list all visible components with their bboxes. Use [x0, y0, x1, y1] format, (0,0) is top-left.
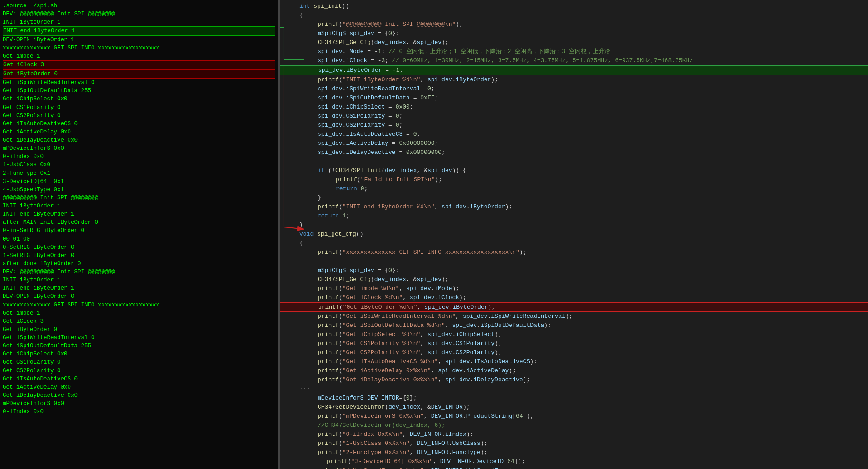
code-line: printf("Get iSpiWriteReadInterval %d\n",… — [280, 312, 868, 321]
code-line: CH347GetDeviceInfor(dev_index, &DEV_INFO… — [280, 403, 868, 412]
code-content: printf("INIT iByteOrder %d\n", spi_dev.i… — [299, 75, 866, 84]
terminal-line: Get iDelayDeactive 0x0 — [3, 391, 275, 400]
highlighted-ibyteorder-get: printf("Get iByteOrder %d\n", spi_dev.iB… — [280, 302, 868, 312]
code-line: mDeviceInforS DEV_INFOR={0}; — [280, 394, 868, 403]
code-content: printf("Get iIsAutoDeativeCS %d\n", spi_… — [299, 357, 866, 366]
code-line: printf("Get iSpiOutDefaultData %d\n", sp… — [280, 321, 868, 330]
code-line: //CH347GetDeviceInfor(dev_index, 6); — [280, 421, 868, 430]
code-line: printf("INIT end iByteOrder %d\n", spi_d… — [280, 202, 868, 212]
terminal-line: Get iIsAutoDeativeCS 0 — [3, 120, 275, 128]
terminal-line: mPDeviceInforS 0x0 — [3, 144, 275, 153]
terminal-panel: .source /spi.shDEV: @@@@@@@@@@ Init SPI … — [0, 0, 278, 469]
terminal-line: Get iIsAutoDeativeCS 0 — [3, 375, 275, 383]
code-line: printf("0-iIndex 0x%x\n", DEV_INFOR.iInd… — [280, 430, 868, 439]
code-content: printf("Get iSpiOutDefaultData %d\n", sp… — [299, 321, 866, 330]
code-content: } — [299, 193, 866, 202]
code-area: int spi_init() − { printf("@@@@@@@@@@ In… — [280, 0, 868, 469]
code-content: ··· — [299, 385, 866, 394]
code-content: spi_dev.iIsAutoDeativeCS = 0; — [299, 130, 866, 139]
code-content: spi_dev.iSpiOutDefaultData = 0xFF; — [299, 94, 866, 103]
terminal-line: Get iSpiOutDefaultData 255 — [3, 342, 275, 350]
code-content: if (!CH347SPI_Init(dev_index, &spi_dev))… — [299, 166, 866, 175]
terminal-line: INIT end iByteOrder 1 — [3, 26, 275, 35]
terminal-line: INIT end iByteOrder 1 — [3, 284, 275, 292]
code-line: spi_dev.iActiveDelay = 0x00000000; — [280, 139, 868, 148]
terminal-line: Get iSpiWriteReadInterval 0 — [3, 79, 275, 87]
code-line — [280, 157, 868, 166]
code-content: void spi_get_cfg() — [299, 230, 866, 239]
code-line: printf("@@@@@@@@@@ Init SPI @@@@@@@@\n")… — [280, 20, 868, 29]
terminal-line: mPDeviceInforS 0x0 — [3, 400, 275, 408]
terminal-line: Get iSpiWriteReadInterval 0 — [3, 334, 275, 342]
code-line: spi_dev.CS1Polarity = 0; — [280, 112, 868, 121]
code-line: spi_dev.iChipSelect = 0x00; — [280, 103, 868, 112]
code-line: printf("Get iDelayDeactive 0x%x\n", spi_… — [280, 375, 868, 385]
terminal-line: Get CS1Polarity 0 — [3, 104, 275, 112]
terminal-line: Get iByteOrder 0 — [3, 326, 275, 334]
code-line: } — [280, 193, 868, 202]
fold-button[interactable]: − — [292, 11, 299, 18]
code-line — [280, 257, 868, 266]
code-content: printf("@@@@@@@@@@ Init SPI @@@@@@@@\n")… — [299, 20, 866, 29]
code-line: printf("Get iIsAutoDeativeCS %d\n", spi_… — [280, 357, 868, 366]
code-content: CH347SPI_GetCfg(dev_index, &spi_dev); — [299, 275, 866, 284]
terminal-line: 2-FuncType 0x1 — [3, 169, 275, 178]
code-line: CH347SPI_GetCfg(dev_index, &spi_dev); — [280, 275, 868, 284]
terminal-line: 0-SetREG iByteOrder 0 — [3, 243, 275, 252]
code-content: printf("4-UsbSpeedType 0x%x\n", DEV_INFO… — [299, 466, 866, 469]
terminal-line: Get CS2Polarity 0 — [3, 112, 275, 120]
code-line: spi_dev.iDelayDeactive = 0x00000000; — [280, 148, 868, 157]
code-line: printf("2-FuncType 0x%x\n", DEV_INFOR.Fu… — [280, 448, 868, 457]
code-editor-panel: int spi_init() − { printf("@@@@@@@@@@ In… — [280, 0, 868, 469]
terminal-line: xxxxxxxxxxxxxx GET SPI INFO xxxxxxxxxxxx… — [3, 301, 275, 309]
code-content: spi_dev.iByteOrder = -1; — [300, 66, 866, 75]
code-line: spi_dev.iSpiWriteReadInterval =0; — [280, 84, 868, 94]
code-line: spi_dev.iSpiOutDefaultData = 0xFF; — [280, 94, 868, 103]
code-content: spi_dev.iDelayDeactive = 0x00000000; — [299, 148, 866, 157]
terminal-line: 1-UsbClass 0x0 — [3, 161, 275, 169]
fold-button[interactable]: − — [292, 239, 299, 246]
code-line: spi_dev.iClock = -3; // 0=60MHz, 1=30MHz… — [280, 56, 868, 65]
terminal-line: 0-in-SetREG iByteOrder 0 — [3, 227, 275, 235]
code-line: − if (!CH347SPI_Init(dev_index, &spi_dev… — [280, 166, 868, 175]
code-line: CH347SPI_GetCfg(dev_index, &spi_dev); — [280, 38, 868, 47]
terminal-line: Get iClock 3 — [3, 60, 275, 69]
terminal-line: @@@@@@@@@@ Init SPI @@@@@@@@ — [3, 194, 275, 202]
code-line: printf("Get iChipSelect %d\n", spi_dev.i… — [280, 330, 868, 339]
code-line: mSpiCfgS spi_dev = {0}; — [280, 266, 868, 275]
terminal-line: after MAIN init iByteOrder 0 — [3, 218, 275, 227]
code-content: printf("Faild to Init SPI\n"); — [299, 175, 866, 184]
code-line: printf("Get iClock %d\n", spi_dev.iClock… — [280, 293, 868, 302]
fold-button[interactable]: − — [292, 166, 299, 173]
terminal-line: Get imode 1 — [3, 52, 275, 60]
code-content: spi_dev.iMode = -1; // 0 空闲低，上升沿；1 空闲低，下… — [299, 47, 866, 56]
terminal-line: Get iByteOrder 0 — [3, 69, 275, 79]
terminal-line: Get iChipSelect 0x0 — [3, 350, 275, 358]
terminal-line: Get imode 1 — [3, 309, 275, 317]
terminal-line: Get CS2Polarity 0 — [3, 367, 275, 375]
code-content: printf("Get iClock %d\n", spi_dev.iClock… — [299, 293, 866, 302]
code-content: printf("1-UsbClass 0x%x\n", DEV_INFOR.Us… — [299, 439, 866, 448]
code-content: int spi_init() — [299, 2, 866, 11]
code-line: printf("Get iActiveDelay 0x%x\n", spi_de… — [280, 366, 868, 375]
terminal-line: 4-UsbSpeedType 0x1 — [3, 186, 275, 194]
terminal-line: Get iSpiOutDefaultData 255 — [3, 87, 275, 95]
code-content: { — [299, 11, 866, 20]
highlighted-ibyteorder-set: spi_dev.iByteOrder = -1; — [280, 65, 868, 75]
code-line: printf("3-DeviceID[64] 0x%x\n", DEV_INFO… — [280, 457, 868, 466]
code-content: return 1; — [299, 212, 866, 221]
code-line: return 0; — [280, 184, 868, 193]
terminal-line: 0-iIndex 0x0 — [3, 408, 275, 416]
code-line: mSpiCfgS spi_dev = {0}; — [280, 29, 868, 38]
code-content: printf("2-FuncType 0x%x\n", DEV_INFOR.Fu… — [299, 448, 866, 457]
terminal-line: DEV: @@@@@@@@@@ Init SPI @@@@@@@@ — [3, 10, 275, 18]
code-content: printf("Get CS1Polarity %d\n", spi_dev.C… — [299, 339, 866, 348]
code-content: printf("mPDeviceInforS 0x%x\n", DEV_INFO… — [299, 412, 866, 421]
code-content: mDeviceInforS DEV_INFOR={0}; — [299, 394, 866, 403]
code-content: printf("Get imode %d\n", spi_dev.iMode); — [299, 284, 866, 293]
terminal-line: Get CS1Polarity 0 — [3, 358, 275, 366]
code-line: void spi_get_cfg() — [280, 230, 868, 239]
code-content: printf("Get iByteOrder %d\n", spi_dev.iB… — [300, 303, 866, 312]
code-content: mSpiCfgS spi_dev = {0}; — [299, 29, 866, 38]
code-content: //CH347GetDeviceInfor(dev_index, 6); — [299, 421, 866, 430]
